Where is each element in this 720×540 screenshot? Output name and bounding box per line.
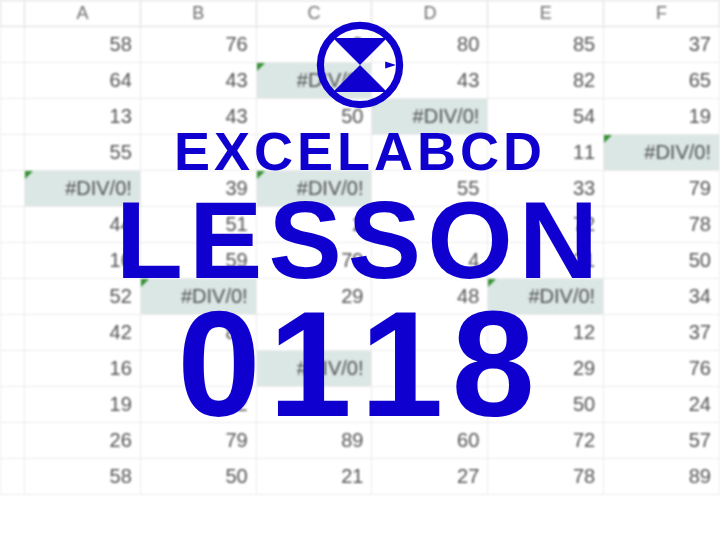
error-cell[interactable]: #DIV/0! <box>372 99 488 135</box>
cell[interactable]: 43 <box>372 63 488 99</box>
cell[interactable]: 72 <box>488 423 604 459</box>
error-cell[interactable]: #DIV/0! <box>604 135 720 171</box>
row-header[interactable] <box>1 351 25 387</box>
cell[interactable]: 50 <box>488 387 604 423</box>
cell[interactable]: 60 <box>372 423 488 459</box>
cell[interactable]: 13 <box>25 99 141 135</box>
table-row: 58769808537 <box>1 27 720 63</box>
column-header[interactable]: B <box>140 1 256 27</box>
row-header[interactable] <box>1 279 25 315</box>
error-cell[interactable]: #DIV/0! <box>256 171 372 207</box>
cell[interactable]: 80 <box>372 27 488 63</box>
cell[interactable]: 65 <box>604 63 720 99</box>
cell[interactable]: 85 <box>488 27 604 63</box>
cell[interactable]: 89 <box>256 423 372 459</box>
cell[interactable]: 55 <box>25 135 141 171</box>
cell[interactable]: 82 <box>488 63 604 99</box>
cell[interactable] <box>372 135 488 171</box>
cell[interactable]: 24 <box>604 387 720 423</box>
cell[interactable]: 51 <box>140 207 256 243</box>
cell[interactable]: 50 <box>140 459 256 495</box>
cell[interactable]: 43 <box>140 63 256 99</box>
cell[interactable]: 11 <box>488 135 604 171</box>
cell[interactable] <box>140 135 256 171</box>
cell[interactable]: 7 <box>140 351 256 387</box>
cell[interactable]: 2 <box>256 207 372 243</box>
cell[interactable]: 79 <box>256 243 372 279</box>
column-header[interactable]: D <box>372 1 488 27</box>
cell[interactable]: 37 <box>604 27 720 63</box>
cell[interactable]: 79 <box>140 423 256 459</box>
column-header[interactable]: F <box>604 1 720 27</box>
cell[interactable] <box>372 315 488 351</box>
row-header[interactable] <box>1 315 25 351</box>
cell[interactable]: 29 <box>488 351 604 387</box>
cell[interactable]: 12 <box>140 387 256 423</box>
cell[interactable]: 21 <box>256 459 372 495</box>
cell[interactable]: 39 <box>140 171 256 207</box>
cell[interactable]: 34 <box>604 279 720 315</box>
table-row: 16597943150 <box>1 243 720 279</box>
cell[interactable]: 43 <box>140 99 256 135</box>
cell[interactable]: 42 <box>25 315 141 351</box>
cell[interactable]: 72 <box>488 207 604 243</box>
cell[interactable]: 55 <box>372 171 488 207</box>
cell[interactable]: 76 <box>604 351 720 387</box>
column-header[interactable]: C <box>256 1 372 27</box>
cell[interactable]: 4 <box>372 243 488 279</box>
cell[interactable] <box>372 351 488 387</box>
error-cell[interactable]: #DIV/0! <box>256 63 372 99</box>
cell[interactable]: 58 <box>25 27 141 63</box>
cell[interactable] <box>256 387 372 423</box>
row-header[interactable] <box>1 27 25 63</box>
error-cell[interactable]: #DIV/0! <box>25 171 141 207</box>
column-header[interactable]: A <box>25 1 141 27</box>
cell[interactable]: 9 <box>256 27 372 63</box>
cell[interactable]: 26 <box>25 423 141 459</box>
row-header[interactable] <box>1 243 25 279</box>
cell[interactable]: 29 <box>256 279 372 315</box>
cell[interactable]: 16 <box>25 243 141 279</box>
cell[interactable]: 50 <box>256 99 372 135</box>
cell[interactable]: 78 <box>488 459 604 495</box>
cell[interactable] <box>372 387 488 423</box>
cell[interactable]: 50 <box>604 243 720 279</box>
cell[interactable]: 48 <box>372 279 488 315</box>
row-header[interactable] <box>1 387 25 423</box>
cell[interactable]: 37 <box>604 315 720 351</box>
cell[interactable] <box>372 207 488 243</box>
row-header[interactable] <box>1 459 25 495</box>
cell[interactable]: 58 <box>25 459 141 495</box>
cell[interactable]: 52 <box>25 279 141 315</box>
cell[interactable]: 16 <box>25 351 141 387</box>
cell[interactable]: 78 <box>604 207 720 243</box>
cell[interactable] <box>256 135 372 171</box>
cell[interactable]: 59 <box>140 243 256 279</box>
row-header[interactable] <box>1 135 25 171</box>
error-cell[interactable]: #DIV/0! <box>140 279 256 315</box>
table-row: #DIV/0!39#DIV/0!553379 <box>1 171 720 207</box>
row-header[interactable] <box>1 171 25 207</box>
column-header[interactable]: E <box>488 1 604 27</box>
row-header[interactable] <box>1 207 25 243</box>
error-cell[interactable]: #DIV/0! <box>256 351 372 387</box>
row-header[interactable] <box>1 63 25 99</box>
cell[interactable]: 33 <box>488 171 604 207</box>
cell[interactable]: 27 <box>372 459 488 495</box>
cell[interactable]: 12 <box>488 315 604 351</box>
cell[interactable]: 64 <box>25 63 141 99</box>
cell[interactable]: 19 <box>604 99 720 135</box>
cell[interactable]: 19 <box>25 387 141 423</box>
row-header[interactable] <box>1 423 25 459</box>
row-header[interactable] <box>1 99 25 135</box>
cell[interactable]: 44 <box>25 207 141 243</box>
cell[interactable]: 89 <box>604 459 720 495</box>
cell[interactable] <box>256 315 372 351</box>
cell[interactable]: 54 <box>488 99 604 135</box>
cell[interactable]: 57 <box>604 423 720 459</box>
cell[interactable]: 76 <box>140 27 256 63</box>
cell[interactable]: 79 <box>604 171 720 207</box>
cell[interactable]: 88 <box>140 315 256 351</box>
cell[interactable]: 31 <box>488 243 604 279</box>
error-cell[interactable]: #DIV/0! <box>488 279 604 315</box>
